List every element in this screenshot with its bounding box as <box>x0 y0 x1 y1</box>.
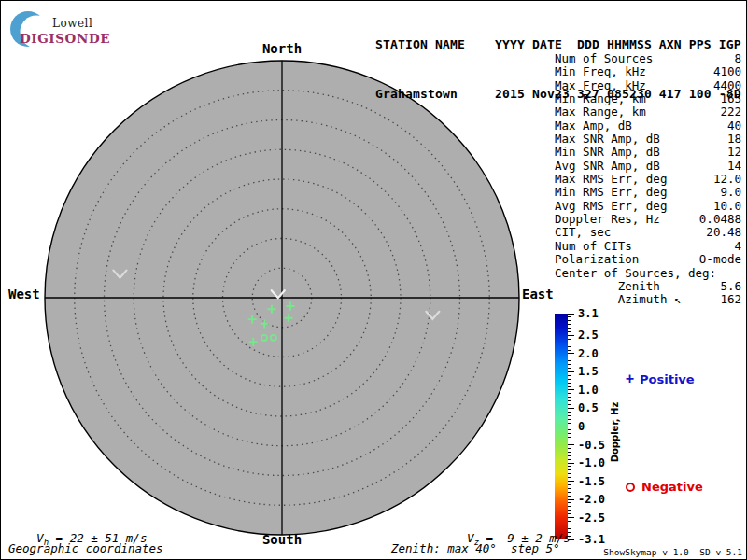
legend-positive-label: Positive <box>640 372 695 386</box>
stat-row: Max RMS Err, deg12.0 <box>555 173 741 186</box>
colorbar-minor-tick <box>568 488 571 489</box>
stat-row: Num of Sources8 <box>555 52 741 65</box>
colorbar-minor-tick <box>568 477 571 478</box>
colorbar-tick-label: 3.1 <box>578 307 599 320</box>
colorbar-minor-tick <box>568 346 571 347</box>
colorbar-major-tick <box>568 408 574 409</box>
colorbar-minor-tick <box>568 331 571 332</box>
colorbar-major-tick <box>568 463 574 464</box>
colorbar-minor-tick <box>568 419 571 420</box>
colorbar-minor-tick <box>568 383 571 384</box>
stat-row: Max Freq, kHz4400 <box>555 79 741 92</box>
colorbar-minor-tick <box>568 452 571 453</box>
stat-row: Min Freq, kHz4100 <box>555 65 741 78</box>
legend-negative: Negative <box>626 480 703 494</box>
colorbar-tick-label: 1.5 <box>578 365 599 378</box>
stat-row: Min SNR Amp, dB12 <box>555 146 741 159</box>
stat-row: Center of Sources, deg: <box>555 267 741 280</box>
compass-north-label: North <box>262 41 302 56</box>
colorbar-minor-tick <box>568 343 571 343</box>
colorbar-minor-tick <box>568 502 571 503</box>
stat-row: Num of CITs4 <box>555 240 741 253</box>
colorbar-major-tick <box>568 444 574 445</box>
stat-row: Avg SNR Amp, dB14 <box>555 160 741 173</box>
colorbar-minor-tick <box>568 375 571 376</box>
colorbar-tick-label: 2.5 <box>578 329 599 342</box>
compass-west-label: West <box>8 287 40 301</box>
stat-row: PolarizationO-mode <box>555 253 741 266</box>
stat-row: Max SNR Amp, dB18 <box>555 133 741 146</box>
colorbar-minor-tick <box>568 423 571 424</box>
colorbar-minor-tick <box>568 513 571 514</box>
colorbar-minor-tick <box>568 364 571 365</box>
stat-row: Max Range, km222 <box>555 105 741 119</box>
legend-positive: + Positive <box>626 371 695 387</box>
colorbar-minor-tick <box>568 379 571 380</box>
colorbar-major-tick <box>568 353 574 354</box>
colorbar-major-tick <box>568 389 574 390</box>
colorbar-minor-tick <box>568 324 571 325</box>
colorbar-minor-tick <box>568 492 571 493</box>
stat-row: Doppler Res, Hz0.0488 <box>555 213 741 226</box>
stat-row: Max Amp, dB40 <box>555 119 741 133</box>
colorbar-major-tick <box>568 335 574 336</box>
colorbar-minor-tick <box>568 469 571 470</box>
logo-lowell-text: Lowell <box>52 17 92 30</box>
colorbar-minor-tick <box>568 360 571 361</box>
colorbar-minor-tick <box>568 466 571 467</box>
stat-row: CIT, sec20.48 <box>555 226 741 239</box>
header-column-titles: STATION NAME YYYY DATE DDD HHMMSS AXN PP… <box>375 36 741 53</box>
colorbar-minor-tick <box>568 393 571 394</box>
colorbar-minor-tick <box>568 496 571 497</box>
colorbar-minor-tick <box>568 357 571 357</box>
colorbar-minor-tick <box>568 510 571 511</box>
colorbar-gradient <box>555 314 568 539</box>
circle-marker-icon <box>626 483 635 492</box>
colorbar-tick-label: -2.5 <box>578 511 605 525</box>
stat-row: Min Range, km165 <box>555 92 741 105</box>
colorbar-tick-label: 0 <box>578 420 585 433</box>
colorbar-major-tick <box>568 314 574 315</box>
colorbar-major-tick <box>568 371 574 372</box>
colorbar-minor-tick <box>568 459 571 460</box>
stat-row: Min RMS Err, deg9.0 <box>555 186 741 199</box>
stat-row: Azimuth ↖162 <box>555 293 741 306</box>
colorbar-minor-tick <box>568 400 571 401</box>
colorbar-minor-tick <box>568 506 571 507</box>
colorbar-tick-label: 2.0 <box>578 347 599 360</box>
plus-marker-icon: + <box>626 371 634 387</box>
colorbar-major-tick <box>568 499 574 500</box>
compass-south-label: South <box>262 532 302 547</box>
colorbar-tick-label: -1.5 <box>578 475 605 488</box>
colorbar-minor-tick <box>568 473 571 474</box>
colorbar-minor-tick <box>568 368 571 369</box>
colorbar-minor-tick <box>568 484 571 485</box>
colorbar-tick-label: 0.5 <box>578 401 599 414</box>
colorbar-major-tick <box>568 481 574 482</box>
showskymap-screen: Lowell DIGISONDE STATION NAME YYYY DATE … <box>0 0 747 560</box>
colorbar-minor-tick <box>568 328 571 329</box>
zenith-range-label: Zenith: max 40° step 5° <box>391 541 560 555</box>
colorbar-minor-tick <box>568 441 571 441</box>
colorbar-tick-label: -2.0 <box>578 493 605 506</box>
colorbar-minor-tick <box>568 386 571 387</box>
stats-panel: Num of Sources8Min Freq, kHz4100Max Freq… <box>555 52 741 307</box>
version-label: ShowSkymap v 1.0 SD v 5.1 <box>603 547 742 557</box>
colorbar-minor-tick <box>568 316 571 317</box>
colorbar-axis-label: Doppler, Hz <box>610 402 620 463</box>
colorbar-minor-tick <box>568 397 571 398</box>
colorbar-minor-tick <box>568 433 571 434</box>
compass-east-label: East <box>522 287 554 301</box>
colorbar-minor-tick <box>568 350 571 351</box>
colorbar-tick-label: -0.5 <box>578 439 605 452</box>
colorbar-minor-tick <box>568 404 571 405</box>
logo-digisonde-text: DIGISONDE <box>20 31 110 46</box>
colorbar-minor-tick <box>568 429 571 430</box>
legend-negative-label: Negative <box>641 480 703 494</box>
colorbar-minor-tick <box>568 455 571 456</box>
colorbar-minor-tick <box>568 437 571 438</box>
coordinate-system-label: Geographic coordinates <box>8 541 163 555</box>
colorbar-tick-label: -3.1 <box>578 533 605 546</box>
colorbar-minor-tick <box>568 320 571 321</box>
colorbar-minor-tick <box>568 339 571 340</box>
